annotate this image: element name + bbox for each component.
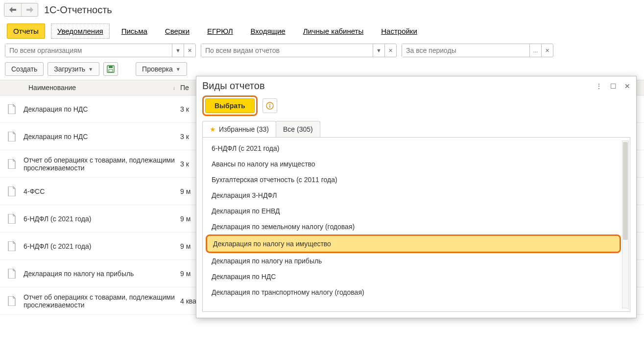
list-item[interactable]: Авансы по налогу на имущество	[206, 156, 621, 172]
document-icon	[7, 241, 16, 251]
scroll-thumb[interactable]	[623, 142, 628, 240]
arrow-right-icon	[26, 7, 33, 13]
dialog-maximize-button[interactable]: ☐	[610, 82, 617, 90]
tab-reports[interactable]: Отчеты	[7, 23, 45, 39]
organization-dropdown-button[interactable]: ▼	[172, 44, 184, 57]
tab-reconciliations[interactable]: Сверки	[159, 24, 195, 38]
document-icon	[7, 269, 16, 279]
period-clear-button[interactable]: ✕	[541, 44, 553, 57]
save-disk-button[interactable]	[103, 62, 118, 76]
disk-icon	[107, 65, 115, 73]
header-bar: 1С-Отчетность	[0, 0, 644, 20]
svg-rect-2	[109, 70, 113, 72]
list-item[interactable]: Декларация по земельному налогу (годовая…	[206, 219, 621, 234]
info-button[interactable]	[262, 98, 277, 113]
tab-incoming[interactable]: Входящие	[245, 24, 291, 38]
filter-report-type: ▼ ✕	[201, 44, 397, 57]
dialog-header: Виды отчетов ⋮ ☐ ✕	[196, 76, 636, 95]
list-item[interactable]: Декларация по ЕНВД	[206, 203, 621, 219]
document-icon	[7, 159, 16, 169]
list-item[interactable]: Декларация 3-НДФЛ	[206, 187, 621, 203]
organization-clear-button[interactable]: ✕	[184, 44, 195, 57]
dialog-menu-button[interactable]: ⋮	[596, 82, 602, 90]
back-button[interactable]	[4, 3, 21, 16]
nav-buttons	[4, 3, 38, 17]
svg-rect-5	[269, 105, 270, 108]
svg-rect-1	[109, 66, 113, 68]
dialog-tabs: ★ Избранные (33) Все (305)	[196, 121, 636, 137]
column-name-header[interactable]: Наименование ↓	[24, 84, 180, 92]
list-item[interactable]: Декларация по транспортному налогу (годо…	[206, 284, 621, 300]
document-icon	[7, 187, 16, 196]
tab-settings[interactable]: Настройки	[375, 24, 423, 38]
document-icon	[7, 132, 16, 141]
period-more-button[interactable]: …	[529, 44, 541, 57]
list-item[interactable]: Бухгалтерская отчетность (с 2011 года)	[206, 172, 621, 187]
report-type-clear-button[interactable]: ✕	[384, 44, 396, 57]
report-type-dropdown-button[interactable]: ▼	[373, 44, 384, 57]
dialog-list-container: 6-НДФЛ (с 2021 года) Авансы по налогу на…	[202, 137, 630, 312]
tab-favorites[interactable]: ★ Избранные (33)	[202, 121, 276, 137]
load-button[interactable]: Загрузить▼	[48, 62, 99, 76]
select-button-highlight: Выбрать	[202, 95, 258, 116]
chevron-down-icon: ▼	[88, 67, 93, 72]
document-icon	[7, 104, 16, 114]
dialog-title: Виды отчетов	[202, 80, 265, 92]
tab-letters[interactable]: Письма	[116, 24, 153, 38]
scrollbar[interactable]	[622, 140, 629, 308]
main-tabs: Отчеты Уведомления Письма Сверки ЕГРЮЛ В…	[0, 20, 644, 44]
tab-egrul[interactable]: ЕГРЮЛ	[201, 24, 239, 38]
check-button[interactable]: Проверка▼	[136, 62, 187, 76]
filters-row: ▼ ✕ ▼ ✕ … ✕	[0, 44, 644, 62]
report-type-input[interactable]	[201, 44, 373, 57]
filter-period: … ✕	[402, 44, 553, 57]
create-button[interactable]: Создать	[5, 62, 44, 76]
arrow-left-icon	[9, 7, 16, 13]
document-icon	[7, 296, 16, 306]
list-item[interactable]: Декларация по налогу на прибыль	[206, 253, 621, 269]
sort-arrow-icon: ↓	[173, 85, 176, 91]
tab-all[interactable]: Все (305)	[276, 121, 320, 137]
report-types-dialog: Виды отчетов ⋮ ☐ ✕ Выбрать ★ Избранные (…	[196, 76, 637, 318]
filter-organization: ▼ ✕	[5, 44, 196, 57]
organization-input[interactable]	[5, 44, 172, 57]
list-item-selected[interactable]: Декларация по налогу на имущество	[206, 234, 621, 253]
dialog-list[interactable]: 6-НДФЛ (с 2021 года) Авансы по налогу на…	[206, 140, 621, 308]
chevron-down-icon: ▼	[176, 67, 181, 72]
tab-notifications[interactable]: Уведомления	[51, 23, 110, 39]
tab-personal-accounts[interactable]: Личные кабинеты	[297, 24, 370, 38]
info-icon	[266, 102, 274, 110]
svg-point-4	[269, 104, 270, 105]
select-button[interactable]: Выбрать	[205, 98, 255, 113]
forward-button[interactable]	[21, 3, 38, 16]
list-item[interactable]: Декларация по НДС	[206, 269, 621, 284]
document-icon	[7, 214, 16, 224]
star-icon: ★	[210, 125, 216, 133]
page-title: 1С-Отчетность	[44, 4, 112, 16]
dialog-toolbar: Выбрать	[196, 95, 636, 121]
list-item[interactable]: 6-НДФЛ (с 2021 года)	[206, 140, 621, 156]
period-input[interactable]	[402, 44, 529, 57]
dialog-close-button[interactable]: ✕	[624, 82, 630, 90]
